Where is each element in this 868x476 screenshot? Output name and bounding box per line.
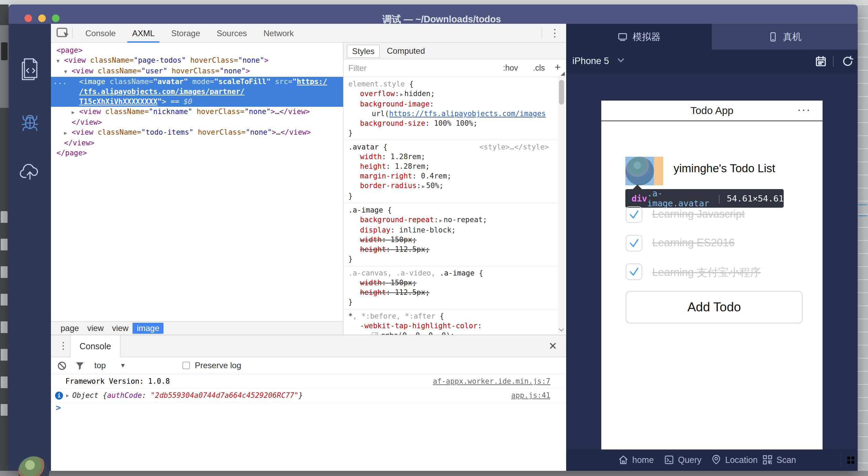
collapse-arrow-icon[interactable]: ▼ (64, 67, 72, 77)
devtools-tab-axml[interactable]: AXML (124, 24, 163, 43)
margin-highlight-overlay (654, 157, 663, 185)
monitor-icon (617, 32, 628, 42)
css-rule[interactable]: element.style {overflow:▶hidden;backgrou… (343, 77, 559, 140)
token-val: "avatar" (153, 77, 188, 86)
css-line: } (348, 297, 559, 307)
add-todo-button[interactable]: Add Todo (626, 291, 803, 323)
rule-source-note[interactable]: <style>…</style> (479, 142, 549, 152)
breadcrumb-item-page[interactable]: page (56, 323, 83, 334)
breadcrumb-item-view[interactable]: view (108, 323, 133, 334)
tab-styles[interactable]: Styles (347, 45, 380, 58)
todo-checkbox[interactable] (626, 263, 642, 280)
calendar-icon[interactable] (815, 55, 827, 67)
css-line: .a-canvas, .a-video, .a-image { (348, 268, 559, 278)
console-prompt[interactable]: > (56, 403, 61, 413)
css-rule[interactable]: .a-image {background-repeat:▶no-repeat;d… (343, 203, 559, 266)
console-source-link[interactable]: app.js:41 (511, 389, 550, 402)
app-menu-icon[interactable]: ··· (797, 103, 811, 116)
context-caret-icon[interactable]: ▼ (120, 362, 126, 369)
close-drawer-icon[interactable]: ✕ (549, 340, 557, 352)
tree-row[interactable]: </view> (51, 138, 343, 148)
css-line: .a-image { (348, 205, 559, 215)
expand-arrow-icon[interactable]: ▶ (72, 107, 79, 117)
tree-row[interactable]: ▼<view className="page-todos" hoverClass… (51, 55, 343, 66)
more-options-icon[interactable]: ⋮ (550, 27, 560, 39)
code-file-icon[interactable] (19, 57, 41, 82)
breadcrumb-item-view[interactable]: view (83, 323, 108, 334)
inspect-element-icon[interactable] (56, 28, 70, 39)
token-str: "2db559304a0744d7a664c4529206RC77" (151, 391, 299, 400)
chevron-down-icon[interactable] (616, 56, 625, 65)
token-pl: hidden; (404, 90, 435, 98)
scroll-down-icon[interactable] (558, 327, 565, 333)
console-context-select[interactable]: top (94, 361, 106, 370)
token-tag: </page> (56, 149, 87, 157)
styles-scrollbar[interactable] (558, 77, 565, 333)
css-rule[interactable]: .a-canvas, .a-video, .a-image {width: 15… (343, 266, 559, 309)
grid-apps-icon[interactable] (846, 455, 856, 465)
todo-checkbox[interactable] (626, 206, 642, 223)
tree-row[interactable]: </view> (51, 117, 343, 127)
styles-filter-input[interactable]: Filter (348, 63, 367, 73)
resize-corner-icon[interactable] (561, 72, 565, 76)
todo-item[interactable]: Learning Javascript (601, 206, 823, 226)
window-titlebar[interactable]: 调试 — ~/Downloads/todos (9, 4, 858, 24)
css-rule[interactable]: <style>…</style>.avatar {width: 1.28rem;… (343, 140, 559, 203)
new-style-rule-button[interactable]: + (554, 61, 561, 73)
tab-console-drawer[interactable]: Console (70, 335, 120, 357)
tree-row-selected[interactable]: /tfs.alipayobjects.com/images/partner/ (51, 87, 343, 97)
collapse-arrow-icon[interactable]: ▼ (56, 56, 64, 66)
tree-row[interactable]: ▶<view className="todo-items" hoverClass… (51, 127, 343, 138)
cloud-upload-icon[interactable] (19, 159, 41, 184)
toggle-hover-state-button[interactable]: :hov (503, 63, 518, 73)
devtools-tab-sources[interactable]: Sources (208, 24, 255, 43)
console-source-link[interactable]: af-appx.worker.ide.min.js:7 (433, 374, 550, 388)
tree-row-selected[interactable]: ...<image className="avatar" mode="scale… (51, 77, 343, 87)
tab-computed[interactable]: Computed (382, 45, 430, 57)
clear-console-icon[interactable] (57, 361, 67, 371)
breadcrumb-item-image[interactable]: image (133, 323, 163, 334)
expand-arrow-icon[interactable]: ▶ (66, 389, 69, 402)
devtools-tab-console[interactable]: Console (77, 24, 124, 43)
token-pl: : (395, 90, 399, 98)
todo-item[interactable]: Learning ES2016 (601, 235, 823, 254)
tab-simulator[interactable]: 模拟器 (566, 24, 712, 50)
todo-checkbox[interactable] (626, 235, 642, 251)
devtools-tab-network[interactable]: Network (255, 24, 302, 43)
debug-bug-icon[interactable] (19, 108, 41, 133)
token-pl: no-repeat; (444, 216, 487, 224)
expand-arrow-icon[interactable]: ▶ (64, 128, 72, 138)
tree-row[interactable]: <page> (51, 45, 343, 55)
tab-real-device[interactable]: 真机 (712, 24, 858, 50)
styles-scrollbar-thumb[interactable] (559, 80, 564, 105)
tree-row[interactable]: ▶<view className="nickname" hoverClass="… (51, 107, 343, 117)
toggle-class-button[interactable]: .cls (533, 63, 545, 73)
tree-row[interactable]: </page> (51, 148, 343, 158)
token-pl: : (416, 182, 421, 190)
token-pl: : 150px; (382, 236, 416, 244)
refresh-icon[interactable] (842, 55, 854, 67)
tree-row[interactable]: ▼<view className="user" hoverClass="none… (51, 66, 343, 77)
preserve-log-checkbox[interactable] (182, 362, 190, 369)
tree-row-gutter-dots[interactable]: ... (53, 77, 67, 87)
css-rule[interactable]: *, *:before, *:after {-webkit-tap-highli… (343, 309, 559, 335)
simulator-bottom-nav: homeQueryLocationScan (566, 449, 858, 471)
css-line: overflow:▶hidden; (348, 89, 559, 99)
user-avatar[interactable] (18, 456, 49, 476)
css-line: height: 112.5px; (348, 245, 559, 254)
nav-item-query[interactable]: Query (664, 454, 701, 465)
console-message: Framework Version: 1.0.8af-appx.worker.i… (51, 374, 566, 389)
nav-item-location[interactable]: Location (711, 454, 758, 465)
css-line: } (348, 254, 559, 264)
todo-list-heading: yiminghe's Todo List (674, 162, 775, 175)
nav-item-scan[interactable]: Scan (762, 454, 796, 465)
app-title: Todo App (601, 105, 823, 116)
filter-funnel-icon[interactable] (75, 361, 85, 371)
device-select[interactable]: iPhone 5 (572, 56, 609, 66)
devtools-tab-storage[interactable]: Storage (163, 24, 208, 43)
highlighted-avatar-image[interactable] (625, 157, 654, 185)
drawer-menu-icon[interactable]: ⋮ (59, 340, 68, 351)
todo-item[interactable]: Learning 支付宝小程序 (601, 263, 823, 283)
tree-row-selected[interactable]: T15cXhXiVhXXXXXXXX"> == $0 (51, 97, 343, 107)
nav-item-home[interactable]: home (618, 454, 654, 465)
